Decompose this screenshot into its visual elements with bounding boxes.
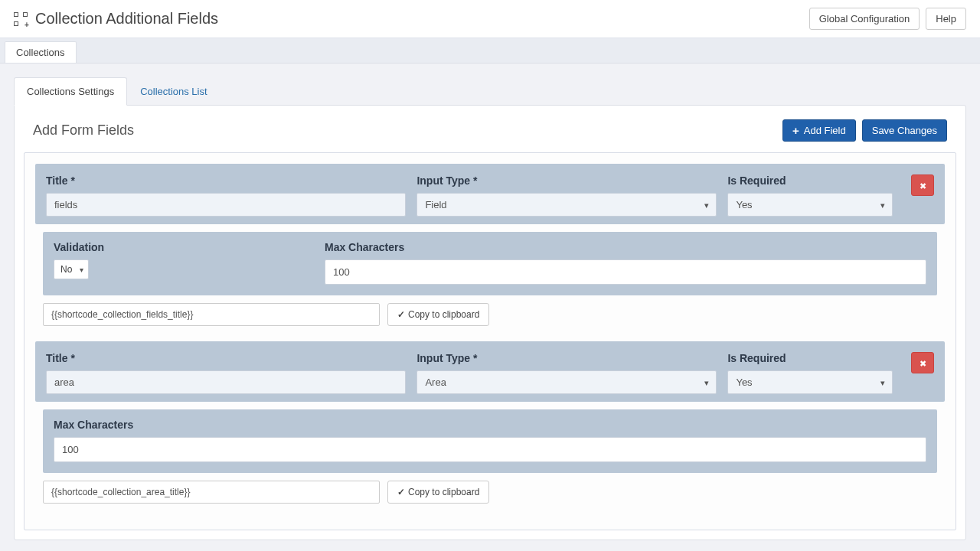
copy-label: Copy to clipboard bbox=[408, 309, 479, 320]
subtab-collections-list[interactable]: Collections List bbox=[127, 77, 220, 106]
main-panel: Add Form Fields + Add Field Save Changes… bbox=[14, 105, 966, 540]
field-block: Title * Input Type * Field Is Required bbox=[35, 164, 945, 224]
max-chars-label: Max Characters bbox=[325, 241, 926, 253]
sub-tab-bar: Collections Settings Collections List bbox=[14, 77, 966, 106]
check-icon bbox=[397, 487, 405, 497]
primary-tab-bar: Collections bbox=[0, 38, 980, 64]
validation-col: Validation No bbox=[54, 241, 306, 285]
is-required-col: Is Required Yes bbox=[727, 352, 893, 394]
sub-block: Max Characters bbox=[43, 409, 937, 473]
header-left: Collection Additional Fields bbox=[14, 10, 218, 28]
delete-col bbox=[903, 352, 934, 373]
field-head-row: Title * Input Type * Area Is Required bbox=[35, 341, 945, 402]
global-configuration-button[interactable]: Global Configuration bbox=[809, 8, 920, 30]
copy-to-clipboard-button[interactable]: Copy to clipboard bbox=[387, 303, 489, 326]
help-button[interactable]: Help bbox=[926, 8, 966, 30]
is-required-label: Is Required bbox=[727, 352, 893, 364]
shortcode-input[interactable] bbox=[43, 481, 380, 504]
page-header: Collection Additional Fields Global Conf… bbox=[0, 0, 980, 38]
title-label: Title * bbox=[46, 352, 406, 364]
input-type-select[interactable]: Area bbox=[416, 370, 717, 394]
title-label: Title * bbox=[46, 174, 406, 187]
title-input[interactable] bbox=[46, 193, 406, 217]
is-required-select[interactable]: Yes bbox=[727, 193, 893, 217]
input-type-label: Input Type * bbox=[416, 174, 717, 187]
is-required-select[interactable]: Yes bbox=[727, 370, 893, 394]
input-type-select[interactable]: Field bbox=[416, 193, 717, 217]
input-type-col: Input Type * Field bbox=[416, 174, 717, 217]
panel-actions: + Add Field Save Changes bbox=[782, 119, 947, 142]
input-type-select-wrap: Field bbox=[416, 193, 717, 217]
input-type-col: Input Type * Area bbox=[416, 352, 717, 394]
max-chars-col: Max Characters bbox=[54, 419, 926, 462]
subtab-collections-settings[interactable]: Collections Settings bbox=[14, 77, 127, 106]
save-changes-button[interactable]: Save Changes bbox=[862, 119, 947, 142]
sub-row: Validation No Max Characters bbox=[54, 241, 926, 285]
input-type-label: Input Type * bbox=[416, 352, 717, 364]
title-input[interactable] bbox=[46, 370, 406, 394]
check-icon bbox=[397, 309, 405, 320]
shortcode-row: Copy to clipboard bbox=[43, 303, 937, 334]
input-type-select-wrap: Area bbox=[416, 370, 717, 394]
close-icon bbox=[920, 180, 926, 191]
max-chars-col: Max Characters bbox=[325, 241, 926, 285]
is-required-label: Is Required bbox=[727, 174, 893, 187]
add-field-label: Add Field bbox=[804, 125, 846, 136]
title-col: Title * bbox=[46, 352, 406, 394]
close-icon bbox=[920, 357, 926, 369]
title-col: Title * bbox=[46, 174, 406, 217]
shortcode-input[interactable] bbox=[43, 303, 380, 326]
app-icon bbox=[14, 12, 28, 26]
shortcode-row: Copy to clipboard bbox=[43, 481, 937, 511]
page-title: Collection Additional Fields bbox=[35, 10, 218, 28]
panel-title: Add Form Fields bbox=[33, 122, 134, 139]
delete-field-button[interactable] bbox=[911, 352, 934, 373]
max-chars-input[interactable] bbox=[54, 437, 926, 462]
field-head-row: Title * Input Type * Field Is Required bbox=[35, 164, 945, 224]
sub-row: Max Characters bbox=[54, 419, 926, 462]
page-body: Collections Settings Collections List Ad… bbox=[0, 64, 980, 551]
delete-col bbox=[903, 174, 934, 196]
validation-label: Validation bbox=[54, 241, 306, 253]
validation-select[interactable]: No bbox=[54, 259, 89, 279]
plus-icon: + bbox=[792, 125, 799, 136]
max-chars-label: Max Characters bbox=[54, 419, 926, 431]
add-field-button[interactable]: + Add Field bbox=[782, 119, 856, 142]
tab-collections[interactable]: Collections bbox=[5, 41, 77, 63]
is-required-select-wrap: Yes bbox=[727, 193, 893, 217]
is-required-select-wrap: Yes bbox=[727, 370, 893, 394]
field-block: Title * Input Type * Area Is Required bbox=[35, 341, 945, 402]
sub-block: Validation No Max Characters bbox=[43, 232, 937, 295]
is-required-col: Is Required Yes bbox=[727, 174, 893, 217]
delete-field-button[interactable] bbox=[911, 174, 934, 196]
copy-label: Copy to clipboard bbox=[408, 487, 479, 497]
header-actions: Global Configuration Help bbox=[809, 8, 966, 30]
copy-to-clipboard-button[interactable]: Copy to clipboard bbox=[387, 481, 489, 504]
validation-select-wrap: No bbox=[54, 259, 89, 279]
panel-header: Add Form Fields + Add Field Save Changes bbox=[15, 106, 965, 152]
max-chars-input[interactable] bbox=[325, 259, 926, 285]
form-area: Title * Input Type * Field Is Required bbox=[24, 152, 956, 530]
